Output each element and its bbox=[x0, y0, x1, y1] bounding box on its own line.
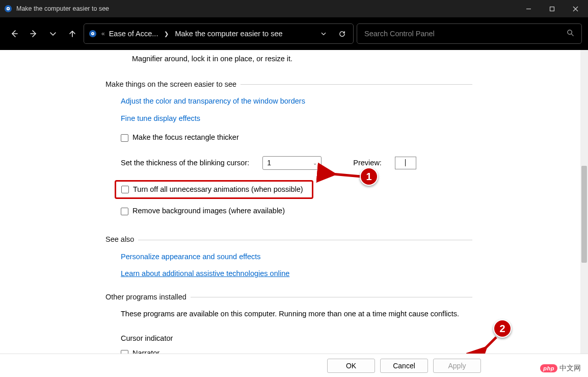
breadcrumb-parent[interactable]: Ease of Acce... bbox=[109, 30, 158, 38]
svg-rect-4 bbox=[550, 7, 554, 11]
window-title: Make the computer easier to see bbox=[16, 5, 517, 12]
cursor-indicator-heading: Cursor indicator bbox=[121, 334, 472, 344]
breadcrumb-current[interactable]: Make the computer easier to see bbox=[175, 30, 282, 38]
checkbox-label: Narrator bbox=[132, 348, 159, 354]
watermark-text: 中文网 bbox=[559, 364, 581, 373]
minimize-button[interactable] bbox=[517, 0, 540, 17]
chevron-down-icon: ⌄ bbox=[313, 160, 317, 167]
svg-point-11 bbox=[92, 33, 93, 34]
svg-line-15 bbox=[484, 337, 496, 349]
link-assistive-technologies[interactable]: Learn about additional assistive technol… bbox=[121, 269, 289, 279]
back-button[interactable] bbox=[6, 26, 22, 42]
group-header-see-also: See also bbox=[105, 235, 134, 245]
checkbox-icon[interactable] bbox=[121, 208, 128, 215]
refresh-button[interactable] bbox=[335, 27, 349, 41]
ok-button[interactable]: OK bbox=[327, 359, 375, 373]
search-icon bbox=[567, 29, 574, 39]
svg-line-13 bbox=[571, 34, 573, 36]
address-dropdown-button[interactable] bbox=[316, 27, 331, 41]
titlebar: Make the computer easier to see bbox=[0, 0, 588, 17]
checkbox-label: Turn off all unnecessary animations (whe… bbox=[133, 185, 303, 195]
breadcrumb-overflow-icon[interactable]: « bbox=[101, 30, 105, 37]
recent-dropdown-button[interactable] bbox=[45, 26, 61, 42]
link-fine-tune-display[interactable]: Fine tune display effects bbox=[121, 114, 200, 124]
chevron-right-icon[interactable]: ❯ bbox=[164, 31, 169, 37]
cursor-thickness-label: Set the thickness of the blinking cursor… bbox=[121, 158, 249, 168]
link-personalize-appearance[interactable]: Personalize appearance and sound effects bbox=[121, 252, 261, 262]
search-placeholder: Search Control Panel bbox=[364, 30, 567, 38]
address-bar[interactable]: « Ease of Acce... ❯ Make the computer ea… bbox=[84, 23, 354, 44]
select-value: 1 bbox=[267, 158, 271, 168]
other-programs-description: These programs are available on this com… bbox=[121, 309, 472, 319]
divider bbox=[138, 240, 472, 240]
close-button[interactable] bbox=[564, 0, 587, 17]
link-adjust-window-borders[interactable]: Adjust the color and transparency of the… bbox=[121, 96, 305, 107]
checkbox-row-remove-background[interactable]: Remove background images (where availabl… bbox=[121, 206, 472, 216]
footer-button-bar: OK Cancel Apply bbox=[0, 354, 588, 377]
group-header-easier-to-see: Make things on the screen easier to see bbox=[105, 80, 236, 90]
apply-button[interactable]: Apply bbox=[433, 359, 481, 373]
checkbox-icon[interactable] bbox=[121, 186, 129, 193]
divider bbox=[240, 84, 472, 85]
watermark-badge: php bbox=[540, 364, 557, 372]
checkbox-row-turn-off-animations[interactable]: Turn off all unnecessary animations (whe… bbox=[115, 180, 313, 199]
annotation-arrow-1 bbox=[328, 167, 364, 185]
navbar: « Ease of Acce... ❯ Make the computer ea… bbox=[0, 17, 588, 50]
checkbox-row-narrator[interactable]: Narrator bbox=[121, 348, 472, 354]
search-input[interactable]: Search Control Panel bbox=[357, 23, 582, 44]
forward-button[interactable] bbox=[25, 26, 42, 42]
up-button[interactable] bbox=[64, 26, 81, 42]
cursor-preview bbox=[395, 157, 416, 169]
cancel-button[interactable]: Cancel bbox=[380, 359, 428, 373]
control-panel-icon bbox=[4, 5, 12, 13]
scrollbar-thumb[interactable] bbox=[581, 166, 587, 263]
cursor-thickness-select[interactable]: 1 ⌄ bbox=[262, 156, 322, 170]
checkbox-label: Make the focus rectangle thicker bbox=[132, 133, 239, 143]
preview-label: Preview: bbox=[353, 158, 382, 168]
annotation-badge-1: 1 bbox=[360, 167, 378, 186]
checkbox-label: Remove background images (where availabl… bbox=[132, 206, 285, 216]
svg-point-2 bbox=[8, 8, 9, 9]
maximize-button[interactable] bbox=[540, 0, 564, 17]
checkbox-icon[interactable] bbox=[121, 350, 128, 354]
control-panel-icon bbox=[88, 29, 97, 38]
magnifier-description-tail: Magnifier around, lock it in one place, … bbox=[132, 54, 472, 64]
annotation-badge-2: 2 bbox=[493, 319, 512, 338]
checkbox-row-focus-rectangle[interactable]: Make the focus rectangle thicker bbox=[121, 133, 472, 143]
group-header-other-programs: Other programs installed bbox=[105, 292, 186, 303]
svg-line-14 bbox=[332, 174, 361, 177]
divider bbox=[191, 297, 472, 297]
watermark: php 中文网 bbox=[540, 364, 581, 373]
checkbox-icon[interactable] bbox=[121, 134, 128, 142]
